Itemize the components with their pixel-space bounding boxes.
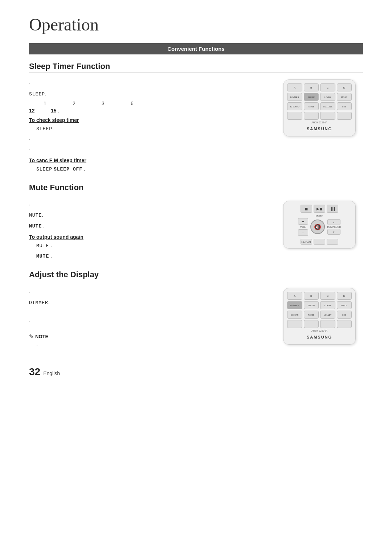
remote3-bot-row: 5.1SURR P.BASS VOL.LEV SDB: [287, 311, 352, 319]
note-bullet-line: ·: [36, 341, 272, 349]
page-number: 32: [29, 366, 40, 378]
check-bullet2: ·: [29, 135, 272, 143]
display-title: Adjust the Display: [29, 270, 363, 279]
remote1-btn-3dsound: 3D SOUND: [287, 102, 302, 110]
dimmer-key: DIMMER: [29, 300, 48, 306]
remote1-btn-b: B: [304, 83, 319, 91]
remote2-vol-col: + VOL −: [298, 218, 308, 236]
remote3-btn-e2: [304, 320, 319, 328]
sleep-key-line: SLEEP.: [29, 90, 272, 98]
mute-content: · MUTE. MUTE . To output sound again MUT…: [29, 201, 363, 263]
remote1-btn-pbass: P.BASS: [304, 102, 319, 110]
remote1-top-row: A B C D: [287, 83, 352, 91]
sleep-timer-section: Sleep Timer Function · SLEEP. 1 2 3 6 12…: [29, 62, 363, 176]
remote2-repeat-row: REPEAT: [301, 239, 338, 245]
remote2-mute-btn: 🔇: [310, 220, 325, 234]
check-sleep-heading: To check sleep timer: [29, 117, 272, 123]
mute-key-line: MUTE.: [29, 211, 272, 220]
remote3-btn-e1: [287, 320, 302, 328]
section-header: Convenient Functions: [29, 43, 363, 54]
remote3-last-row: [287, 320, 352, 328]
mute-bold-key: MUTE: [29, 224, 42, 229]
mute-key: MUTE: [29, 213, 42, 218]
display-divider: [29, 281, 363, 281]
remote3-btn-surr: 5.1SURR: [287, 311, 302, 319]
remote2-main-row: + VOL − 🔇 ∧ TUNING/CH ∨: [287, 218, 352, 236]
remote3-btn-e3: [320, 320, 335, 328]
check-bullet3: ·: [29, 146, 272, 153]
remote2-mute-label: MUTE: [316, 215, 323, 217]
remote3-btn-pbass: P.BASS: [304, 311, 319, 319]
remote1-btn-e4: [337, 112, 352, 120]
sleep-numbers-row: 1 2 3 6: [29, 101, 272, 106]
output-sound-heading: To output sound again: [29, 234, 272, 240]
remote3-btn-e4: [337, 320, 352, 328]
remote3-mid-row: DIMMER SLEEP LOGO M.VOL: [287, 301, 352, 309]
sleep-bullet-dot: ·: [29, 81, 30, 86]
remote1-btn-c: C: [320, 83, 335, 91]
display-section: Adjust the Display · DIMMER. · ✎ NOTE ·: [29, 270, 363, 352]
remote3-btn-c: C: [320, 292, 335, 300]
note-icon: ✎: [29, 333, 34, 340]
display-bullet2: ·: [29, 317, 272, 325]
remote1-btn-most: MOST: [337, 93, 352, 101]
remote3-image: A B C D DIMMER SLEEP LOGO M.VOL 5.1SURR …: [283, 288, 363, 352]
remote3: A B C D DIMMER SLEEP LOGO M.VOL 5.1SURR …: [283, 288, 356, 345]
output-mute-bold-key: MUTE: [36, 254, 49, 259]
remote3-btn-sdb: SDB: [337, 311, 352, 319]
cancel-sleep-key-line: SLEEP SLEEP OFF .: [36, 165, 272, 173]
remote2-tuning-down: ∨: [327, 229, 340, 235]
remote1-model: AH59-02534A: [311, 121, 327, 124]
cancel-sleep-key: SLEEP: [36, 167, 52, 172]
check-sleep-key-word: SLEEP: [36, 126, 52, 132]
sleep-bullet1: ·: [29, 79, 272, 87]
sleep-timer-text: · SLEEP. 1 2 3 6 12 15 . To check sleep …: [29, 79, 283, 176]
mute-bullet-dot: ·: [29, 202, 30, 208]
remote1-last-row: [287, 112, 352, 120]
check-bullet-dot3: ·: [29, 147, 30, 152]
remote1-bot-row: 3D SOUND P.BASS SIM.LEVEL SDB: [287, 102, 352, 110]
sleep-timer-title: Sleep Timer Function: [29, 62, 363, 71]
remote1-btn-e3: [320, 112, 335, 120]
remote2-tuning-label: TUNING/CH: [327, 226, 341, 228]
remote1-brand: SAMSUNG: [307, 127, 332, 131]
remote3-top-row: A B C D: [287, 292, 352, 300]
page-title: Operation: [29, 15, 363, 34]
note-label: NOTE: [35, 334, 48, 339]
remote1-btn-simlevel: SIM.LEVEL: [320, 102, 335, 110]
remote3-btn-mvol: M.VOL: [337, 301, 352, 309]
mute-section: Mute Function · MUTE. MUTE . To output s…: [29, 183, 363, 263]
remote3-btn-d: D: [337, 292, 352, 300]
output-mute-key: MUTE: [36, 243, 49, 249]
cancel-sleep-heading: To canc F M sleep timer: [29, 157, 272, 163]
check-bullet-dot2: ·: [29, 136, 30, 142]
remote1-btn-logo: LOGO: [320, 93, 335, 101]
section-header-label: Convenient Functions: [167, 46, 225, 52]
page-number-area: 32 English: [29, 366, 363, 378]
remote2-vol-label: VOL: [300, 225, 306, 229]
mute-divider: [29, 194, 363, 194]
remote1-btn-e1: [287, 112, 302, 120]
sleep-numbers-row2: 12 15 .: [29, 108, 272, 114]
remote1-btn-sleep: SLEEP: [304, 93, 319, 101]
remote2-tuning-up: ∧: [327, 219, 340, 225]
display-bullet1: ·: [29, 288, 272, 296]
remote1: A B C D DIMMER SLEEP LOGO MOST 3D SOUND …: [283, 79, 356, 136]
mute-text: · MUTE. MUTE . To output sound again MUT…: [29, 201, 283, 263]
cancel-sleep-off-key: SLEEP OFF: [54, 167, 82, 172]
remote3-btn-a: A: [287, 292, 302, 300]
display-bullet-dot2: ·: [29, 319, 30, 324]
remote1-mid-row: DIMMER SLEEP LOGO MOST: [287, 93, 352, 101]
remote2-image: ◼ ▶◼ ▐▐ MUTE + VOL − 🔇 ∧ TUNING/CH ∨: [283, 201, 363, 263]
remote2-pause: ▐▐: [327, 205, 338, 213]
output-mute-bold-line: MUTE .: [36, 252, 272, 261]
check-sleep-key: SLEEP.: [36, 124, 272, 133]
remote3-btn-b: B: [304, 292, 319, 300]
display-bullet-dot: ·: [29, 289, 30, 295]
note-line: ✎ NOTE: [29, 333, 272, 340]
display-text: · DIMMER. · ✎ NOTE ·: [29, 288, 283, 352]
sleep-timer-content: · SLEEP. 1 2 3 6 12 15 . To check sleep …: [29, 79, 363, 176]
remote1-btn-dimmer: DIMMER: [287, 93, 302, 101]
remote3-btn-vollev: VOL.LEV: [320, 311, 335, 319]
remote2: ◼ ▶◼ ▐▐ MUTE + VOL − 🔇 ∧ TUNING/CH ∨: [283, 201, 356, 249]
